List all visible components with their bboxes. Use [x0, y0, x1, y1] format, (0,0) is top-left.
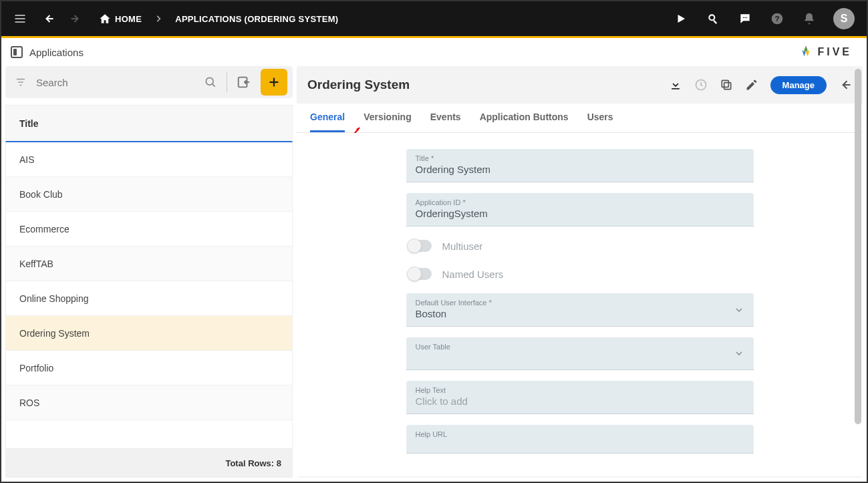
topbar: HOME APPLICATIONS (ORDERING SYSTEM) ? S: [1, 1, 867, 36]
helptext-field[interactable]: Help Text Click to add: [406, 381, 754, 414]
right-panel: Ordering System Manage: [297, 66, 863, 478]
tab-events[interactable]: Events: [430, 104, 461, 132]
ui-field[interactable]: Default User Interface * Boston: [406, 293, 754, 327]
ui-field-value: Boston: [416, 308, 744, 319]
helptext-field-placeholder: Click to add: [416, 395, 744, 407]
search-icon[interactable]: [701, 7, 725, 31]
svg-rect-6: [713, 20, 717, 24]
manage-button[interactable]: Manage: [770, 76, 827, 94]
appid-field[interactable]: Application ID * OrderingSystem: [406, 193, 754, 226]
applications-list: AISBook ClubEcommerceKeffTABOnline Shopp…: [5, 142, 293, 448]
applications-icon: [11, 46, 23, 58]
svg-rect-23: [724, 83, 730, 90]
tab-general[interactable]: General: [310, 104, 345, 132]
chevron-down-icon: [734, 348, 744, 359]
subheader: Applications FIVE: [1, 38, 867, 66]
title-field-value: Ordering System: [416, 164, 744, 175]
list-item[interactable]: ROS: [6, 385, 292, 420]
header-actions: Manage: [669, 76, 852, 94]
detail-header: Ordering System Manage: [297, 66, 863, 104]
tabs: GeneralVersioningEventsApplication Butto…: [297, 104, 863, 133]
namedusers-label: Named Users: [442, 269, 504, 280]
brand-logo-icon: [799, 45, 813, 59]
total-rows: Total Rows: 8: [225, 458, 281, 468]
helpurl-field-label: Help URL: [416, 430, 744, 438]
crumb-current[interactable]: APPLICATIONS (ORDERING SYSTEM): [175, 14, 338, 24]
search-list-icon[interactable]: [200, 75, 221, 89]
back-icon[interactable]: [36, 7, 60, 31]
appid-field-label: Application ID *: [416, 198, 744, 206]
search-input[interactable]: [33, 77, 197, 88]
title-field-label: Title *: [416, 154, 744, 162]
avatar-letter: S: [841, 13, 848, 25]
tab-application-buttons[interactable]: Application Buttons: [480, 104, 569, 132]
list-item[interactable]: AIS: [6, 142, 292, 177]
brand-text: FIVE: [817, 46, 852, 58]
svg-point-9: [744, 17, 746, 19]
list-item[interactable]: Portfolio: [6, 351, 292, 385]
form-scroll[interactable]: Title * Ordering System Application ID *…: [297, 133, 863, 476]
helptext-field-label: Help Text: [416, 386, 744, 394]
back-detail-icon[interactable]: [839, 78, 852, 92]
svg-text:?: ?: [774, 14, 779, 23]
svg-rect-24: [722, 80, 728, 87]
help-icon[interactable]: ?: [765, 7, 789, 31]
scrollbar[interactable]: [855, 69, 861, 424]
svg-line-17: [212, 84, 215, 87]
svg-point-10: [746, 17, 748, 19]
left-panel: Title AISBook ClubEcommerceKeffTABOnline…: [5, 66, 293, 478]
tab-users[interactable]: Users: [587, 104, 613, 132]
menu-icon[interactable]: [8, 7, 32, 31]
list-header[interactable]: Title: [5, 105, 293, 142]
ui-field-label: Default User Interface *: [416, 299, 744, 307]
svg-point-7: [710, 15, 714, 19]
multiuser-label: Multiuser: [442, 240, 483, 252]
tabs-wrap: GeneralVersioningEventsApplication Butto…: [297, 104, 863, 476]
detail-title: Ordering System: [307, 77, 410, 92]
svg-point-8: [743, 17, 744, 19]
avatar[interactable]: S: [833, 8, 855, 29]
chat-icon[interactable]: [733, 7, 757, 31]
multiuser-toggle[interactable]: [408, 240, 432, 252]
usertable-field[interactable]: User Table: [406, 337, 754, 370]
chevron-right-icon: [154, 14, 163, 23]
namedusers-toggle[interactable]: [408, 268, 432, 280]
download-icon[interactable]: [669, 78, 682, 92]
search-row: [5, 66, 293, 98]
list-item[interactable]: Book Club: [6, 177, 292, 212]
bell-icon[interactable]: [797, 7, 821, 31]
namedusers-row: Named Users: [406, 265, 754, 283]
list-item[interactable]: Online Shopping: [6, 281, 292, 316]
main: Title AISBook ClubEcommerceKeffTABOnline…: [1, 66, 867, 482]
play-icon[interactable]: [669, 7, 693, 31]
chevron-down-icon: [734, 305, 744, 315]
list-footer: Total Rows: 8: [5, 448, 293, 478]
forward-icon: [64, 7, 88, 31]
breadcrumb: HOME APPLICATIONS (ORDERING SYSTEM): [99, 13, 338, 25]
home-label: HOME: [115, 14, 142, 24]
import-icon[interactable]: [233, 71, 255, 94]
svg-point-16: [206, 77, 213, 85]
history-icon[interactable]: [694, 78, 708, 92]
list-item[interactable]: Ordering System: [6, 316, 292, 351]
helpurl-field[interactable]: Help URL: [406, 425, 754, 454]
list-header-title: Title: [19, 118, 39, 129]
home-icon[interactable]: HOME: [99, 13, 142, 25]
list-item[interactable]: KeffTAB: [6, 247, 292, 281]
filter-icon[interactable]: [11, 76, 31, 88]
page-title: Applications: [29, 47, 84, 58]
multiuser-row: Multiuser: [406, 237, 754, 255]
divider: [227, 72, 227, 92]
copy-icon[interactable]: [720, 78, 733, 92]
svg-rect-21: [672, 88, 680, 90]
add-button[interactable]: [261, 69, 287, 96]
form: Title * Ordering System Application ID *…: [406, 149, 754, 454]
edit-icon[interactable]: [745, 78, 758, 92]
brand: FIVE: [799, 45, 857, 59]
title-field[interactable]: Title * Ordering System: [406, 149, 754, 182]
usertable-field-label: User Table: [416, 343, 744, 351]
tab-versioning[interactable]: Versioning: [364, 104, 412, 132]
appid-field-value: OrderingSystem: [416, 208, 744, 219]
list-item[interactable]: Ecommerce: [6, 212, 292, 247]
